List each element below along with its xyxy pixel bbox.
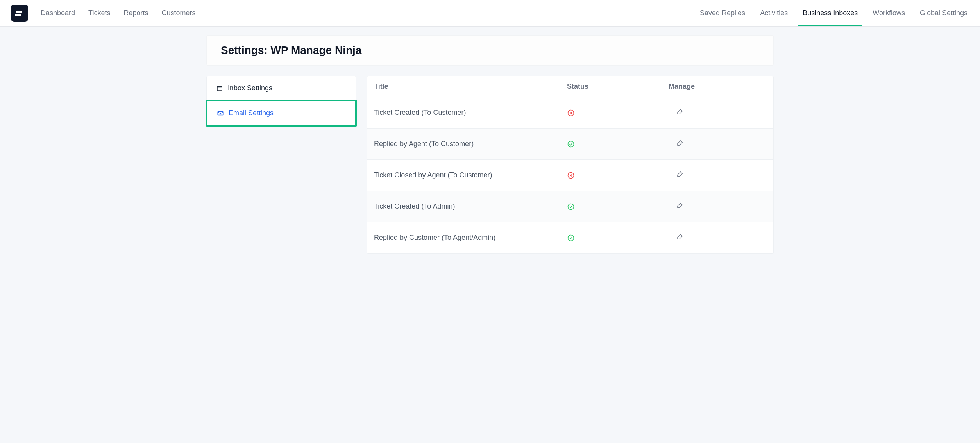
- nav-workflows[interactable]: Workflows: [871, 0, 907, 26]
- pencil-icon: [676, 139, 683, 146]
- nav-activities[interactable]: Activities: [758, 0, 789, 26]
- mail-icon: [217, 110, 224, 117]
- row-manage: [669, 108, 766, 117]
- svg-rect-0: [217, 86, 222, 91]
- sidebar-item-email-settings[interactable]: Email Settings: [206, 100, 357, 127]
- table-header-row: Title Status Manage: [367, 76, 773, 97]
- topbar: Dashboard Tickets Reports Customers Save…: [0, 0, 980, 27]
- sidebar-item-inbox-settings[interactable]: Inbox Settings: [207, 76, 356, 100]
- nav-customers[interactable]: Customers: [161, 9, 195, 17]
- sidebar-item-label: Inbox Settings: [228, 84, 272, 92]
- nav-global-settings[interactable]: Global Settings: [918, 0, 969, 26]
- topbar-left: Dashboard Tickets Reports Customers: [11, 5, 195, 22]
- row-status: [567, 171, 669, 179]
- x-circle-icon: [567, 109, 575, 117]
- nav-business-inboxes[interactable]: Business Inboxes: [801, 0, 859, 26]
- page-wrap: Settings: WP Manage Ninja Inbox Settings: [205, 35, 775, 254]
- col-manage: Manage: [669, 82, 766, 91]
- row-status: [567, 234, 669, 242]
- content-row: Inbox Settings Email Settings Title Stat…: [206, 76, 774, 254]
- primary-nav: Dashboard Tickets Reports Customers: [41, 9, 195, 17]
- edit-button[interactable]: [676, 233, 683, 242]
- nav-dashboard[interactable]: Dashboard: [41, 9, 75, 17]
- nav-saved-replies[interactable]: Saved Replies: [698, 0, 747, 26]
- pencil-icon: [676, 202, 683, 209]
- check-circle-icon: [567, 203, 575, 211]
- col-status: Status: [567, 82, 669, 91]
- logo-icon: [15, 9, 24, 18]
- table-row: Ticket Created (To Admin): [367, 191, 773, 222]
- table-row: Replied by Agent (To Customer): [367, 129, 773, 160]
- page-title: Settings: WP Manage Ninja: [221, 44, 759, 57]
- email-settings-table: Title Status Manage Ticket Created (To C…: [367, 76, 774, 254]
- row-status: [567, 140, 669, 148]
- svg-point-6: [568, 235, 574, 241]
- app-logo[interactable]: [11, 5, 28, 22]
- svg-point-5: [568, 204, 574, 209]
- table-row: Ticket Closed by Agent (To Customer): [367, 160, 773, 191]
- pencil-icon: [676, 171, 683, 178]
- row-title: Replied by Agent (To Customer): [374, 140, 567, 148]
- main-panel: Title Status Manage Ticket Created (To C…: [356, 76, 774, 254]
- page-header: Settings: WP Manage Ninja: [206, 35, 774, 66]
- pencil-icon: [676, 233, 683, 240]
- nav-tickets[interactable]: Tickets: [88, 9, 110, 17]
- edit-button[interactable]: [676, 171, 683, 180]
- row-manage: [669, 202, 766, 211]
- row-status: [567, 203, 669, 211]
- row-manage: [669, 233, 766, 242]
- row-manage: [669, 139, 766, 148]
- edit-button[interactable]: [676, 108, 683, 117]
- check-circle-icon: [567, 234, 575, 242]
- sidebar-item-label: Email Settings: [229, 109, 274, 117]
- row-manage: [669, 171, 766, 180]
- nav-reports[interactable]: Reports: [123, 9, 148, 17]
- col-title: Title: [374, 82, 567, 91]
- table-row: Replied by Customer (To Agent/Admin): [367, 222, 773, 254]
- row-title: Ticket Created (To Admin): [374, 202, 567, 211]
- x-circle-icon: [567, 171, 575, 179]
- row-title: Ticket Created (To Customer): [374, 109, 567, 117]
- settings-sidebar: Inbox Settings Email Settings: [206, 76, 356, 126]
- edit-button[interactable]: [676, 139, 683, 148]
- svg-point-3: [568, 141, 574, 147]
- row-title: Replied by Customer (To Agent/Admin): [374, 234, 567, 242]
- edit-button[interactable]: [676, 202, 683, 211]
- table-row: Ticket Created (To Customer): [367, 97, 773, 129]
- row-status: [567, 109, 669, 117]
- check-circle-icon: [567, 140, 575, 148]
- inbox-icon: [216, 85, 223, 92]
- row-title: Ticket Closed by Agent (To Customer): [374, 171, 567, 179]
- secondary-nav: Saved Replies Activities Business Inboxe…: [698, 0, 969, 26]
- pencil-icon: [676, 108, 683, 115]
